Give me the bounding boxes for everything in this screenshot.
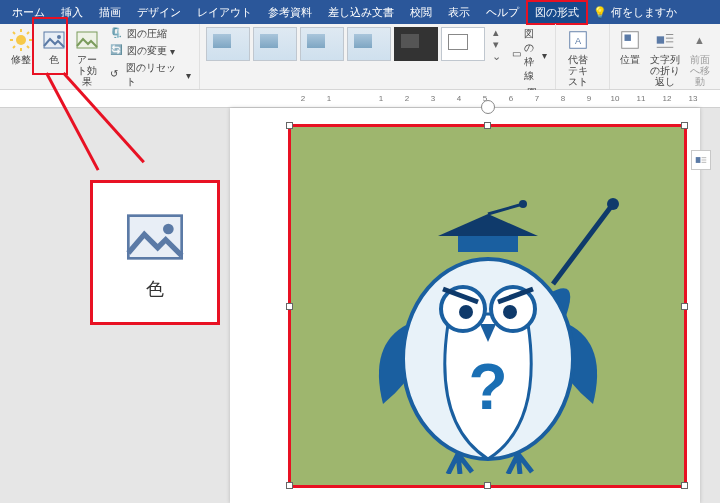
resize-handle[interactable]: [681, 122, 688, 129]
style-thumb[interactable]: [394, 27, 438, 61]
svg-marker-29: [438, 214, 538, 236]
svg-point-38: [163, 223, 174, 234]
svg-line-8: [27, 32, 29, 34]
ruler-tick: 12: [654, 94, 680, 103]
resize-handle[interactable]: [286, 122, 293, 129]
position-icon: [618, 28, 642, 52]
resize-handle[interactable]: [484, 122, 491, 129]
compress-label: 図の圧縮: [127, 27, 167, 41]
corrections-button[interactable]: 修整: [6, 26, 37, 67]
resize-handle[interactable]: [484, 482, 491, 489]
rotate-handle[interactable]: [481, 100, 495, 114]
wrap-label: 文字列の折り返し: [648, 54, 681, 87]
change-icon: 🔄: [110, 44, 124, 58]
tab-layout[interactable]: レイアウト: [189, 1, 260, 24]
svg-point-26: [459, 305, 473, 319]
tab-review[interactable]: 校閲: [402, 1, 440, 24]
horizontal-ruler: 2 1 1 2 3 4 5 6 7 8 9 10 11 12 13: [0, 90, 720, 108]
bulb-icon: 💡: [593, 6, 607, 19]
style-thumb[interactable]: [253, 27, 297, 61]
ruler-tick: 10: [602, 94, 628, 103]
svg-line-6: [27, 46, 29, 48]
style-thumb[interactable]: [347, 27, 391, 61]
resize-handle[interactable]: [681, 482, 688, 489]
artistic-effects-button[interactable]: アート効果: [71, 26, 102, 89]
tab-draw[interactable]: 描画: [91, 1, 129, 24]
gallery-down-icon[interactable]: ▾: [490, 38, 502, 50]
layout-options-button[interactable]: [691, 150, 711, 170]
bring-forward-button[interactable]: ▲ 前面へ移動: [685, 26, 714, 89]
resize-handle[interactable]: [286, 303, 293, 310]
position-button[interactable]: 位置: [616, 26, 644, 67]
change-picture-button[interactable]: 🔄図の変更 ▾: [108, 43, 193, 59]
svg-rect-33: [696, 157, 701, 163]
wrap-text-button[interactable]: 文字列の折り返し: [646, 26, 683, 89]
svg-point-0: [16, 35, 26, 45]
resize-handle[interactable]: [681, 303, 688, 310]
group-picture-styles: ▴ ▾ ⌄ ▭図の枠線 ▾ ✨図の効果 ▾ ▦図のレイアウト ▾ 図のスタイル: [200, 24, 556, 89]
group-adjust: 修整 色 アート効果 🗜️図の圧縮 🔄図の変更 ▾ ↺図のリセット ▾ 調整: [0, 24, 200, 89]
compress-icon: 🗜️: [110, 27, 124, 41]
compress-pictures-button[interactable]: 🗜️図の圧縮: [108, 26, 193, 42]
ribbon: 修整 色 アート効果 🗜️図の圧縮 🔄図の変更 ▾ ↺図のリセット ▾ 調整: [0, 24, 720, 90]
group-accessibility: A 代替テキスト アクセシ…: [556, 24, 610, 89]
svg-text:?: ?: [468, 351, 507, 423]
picture-style-gallery[interactable]: ▴ ▾ ⌄: [206, 26, 502, 62]
alt-text-button[interactable]: A 代替テキスト: [562, 26, 594, 89]
annotation-callout: 色: [90, 180, 220, 325]
svg-rect-37: [128, 215, 181, 258]
alt-text-icon: A: [566, 28, 590, 52]
border-icon: ▭: [512, 48, 521, 62]
ruler-tick: 13: [680, 94, 706, 103]
tab-view[interactable]: 表示: [440, 1, 478, 24]
dropdown-icon: ▾: [170, 46, 175, 57]
svg-text:A: A: [575, 36, 582, 46]
svg-line-21: [553, 204, 613, 284]
owl-illustration: ?: [348, 174, 628, 474]
svg-point-31: [519, 200, 527, 208]
dropdown-icon: ▾: [186, 70, 191, 81]
reset-picture-button[interactable]: ↺図のリセット ▾: [108, 60, 193, 90]
tell-me-label: 何をしますか: [611, 5, 677, 20]
svg-point-22: [607, 198, 619, 210]
svg-line-30: [488, 204, 523, 214]
reset-icon: ↺: [110, 68, 123, 82]
ruler-tick: 11: [628, 94, 654, 103]
brightness-icon: [9, 28, 33, 52]
style-thumb[interactable]: [206, 27, 250, 61]
tab-help[interactable]: ヘルプ: [478, 1, 527, 24]
menubar: ホーム 挿入 描画 デザイン レイアウト 参考資料 差し込み文書 校閲 表示 ヘ…: [0, 0, 720, 24]
selected-image[interactable]: ?: [290, 126, 685, 486]
tab-mailings[interactable]: 差し込み文書: [320, 1, 402, 24]
tell-me[interactable]: 💡 何をしますか: [593, 5, 677, 20]
ruler-tick: 6: [498, 94, 524, 103]
ruler-tick: 7: [524, 94, 550, 103]
gallery-up-icon[interactable]: ▴: [490, 26, 502, 38]
group-arrange: 位置 文字列の折り返し ▲ 前面へ移動: [610, 24, 720, 89]
gallery-more-icon[interactable]: ⌄: [490, 50, 502, 62]
resize-handle[interactable]: [286, 482, 293, 489]
artistic-label: アート効果: [73, 54, 100, 87]
alt-text-label: 代替テキスト: [564, 54, 592, 87]
picture-color-icon: [123, 205, 187, 269]
forward-label: 前面へ移動: [687, 54, 712, 87]
ruler-tick: 1: [368, 94, 394, 103]
picture-border-button[interactable]: ▭図の枠線 ▾: [510, 26, 549, 84]
ruler-tick: 4: [446, 94, 472, 103]
border-label: 図の枠線: [524, 27, 539, 83]
corrections-label: 修整: [11, 54, 31, 65]
tab-references[interactable]: 参考資料: [260, 1, 320, 24]
position-label: 位置: [620, 54, 640, 65]
ruler-tick: 1: [316, 94, 342, 103]
dropdown-icon: ▾: [542, 50, 547, 61]
style-thumb[interactable]: [441, 27, 485, 61]
svg-point-27: [503, 305, 517, 319]
tab-picture-format[interactable]: 図の形式: [527, 1, 587, 24]
page: ?: [230, 108, 700, 503]
tab-design[interactable]: デザイン: [129, 1, 189, 24]
reset-label: 図のリセット: [126, 61, 183, 89]
ruler-tick: 9: [576, 94, 602, 103]
ruler-tick: 3: [420, 94, 446, 103]
svg-rect-16: [656, 36, 663, 43]
style-thumb[interactable]: [300, 27, 344, 61]
